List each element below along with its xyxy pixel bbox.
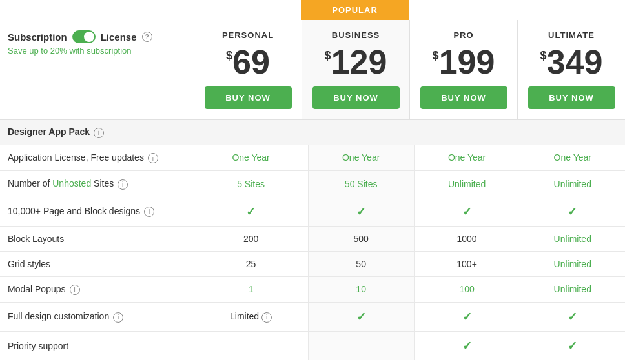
- feature-value-cell: ✓: [414, 197, 520, 226]
- subscription-toggle[interactable]: [72, 30, 96, 43]
- plan-pro-price: $ 199: [415, 45, 512, 79]
- feature-label-link[interactable]: Unhosted: [52, 178, 91, 188]
- feature-value-cell: 50 Sites: [308, 171, 414, 197]
- feature-value-text: One Year: [342, 152, 380, 163]
- feature-row: Priority support✓✓: [0, 332, 625, 361]
- feature-value-text: 25: [246, 259, 256, 269]
- feature-value-cell: 50: [308, 251, 414, 276]
- feature-value-cell: Unlimited: [520, 171, 625, 197]
- feature-value-text: 100: [459, 284, 474, 294]
- plan-ultimate-name: ULTIMATE: [523, 30, 620, 40]
- feature-value-cell: 10: [308, 276, 414, 303]
- feature-value-cell: 500: [308, 226, 414, 251]
- feature-value-cell: 100: [414, 276, 520, 303]
- popular-banner: POPULAR: [0, 0, 625, 20]
- value-info-icon[interactable]: i: [261, 312, 272, 323]
- feature-value-text: Unlimited: [554, 284, 591, 294]
- plan-personal-price: $ 69: [200, 45, 296, 79]
- feature-row: Modal Popupsi110100Unlimited: [0, 276, 625, 303]
- feature-value-text: 50: [356, 259, 366, 269]
- plan-personal-dollar: $: [226, 49, 232, 63]
- plan-ultimate-dollar: $: [540, 49, 547, 63]
- feature-value-cell: ✓: [520, 303, 625, 332]
- plan-personal: PERSONAL $ 69 BUY NOW: [194, 20, 302, 119]
- feature-value-cell: ✓: [308, 197, 414, 226]
- feature-value-cell: One Year: [414, 145, 520, 171]
- pricing-wrapper: POPULAR Subscription License ? Save up t…: [0, 0, 625, 360]
- feature-value-text: 100+: [456, 259, 477, 269]
- feature-value-cell: Unlimited: [520, 251, 625, 276]
- feature-value-cell: ✓: [520, 332, 625, 361]
- plan-ultimate-amount: 349: [547, 45, 603, 79]
- feature-row: Designer App Packi: [0, 120, 625, 145]
- plan-business-name: BUSINESS: [307, 30, 404, 40]
- feature-label-cell: 10,000+ Page and Block designsi: [0, 197, 194, 226]
- feature-label-cell: Block Layouts: [0, 226, 194, 251]
- feature-value-cell: 200: [194, 226, 308, 251]
- feature-value-text: 10: [356, 284, 366, 294]
- check-mark: ✓: [462, 339, 472, 352]
- feature-value-text: One Year: [554, 152, 591, 163]
- feature-value-text: 5 Sites: [237, 179, 265, 189]
- feature-value-text: 500: [353, 234, 368, 244]
- feature-value-cell: ✓: [414, 303, 520, 332]
- feature-value-text: Limited: [230, 311, 259, 321]
- feature-row: Application License, Free updatesiOne Ye…: [0, 145, 625, 171]
- feature-value-text: One Year: [232, 152, 269, 163]
- feature-value-cell: Limitedi: [194, 303, 308, 332]
- save-text: Save up to 20% with subscription: [8, 46, 186, 56]
- check-mark: ✓: [462, 205, 472, 218]
- plan-pro-dollar: $: [433, 49, 439, 63]
- plan-personal-buy-button[interactable]: BUY NOW: [205, 86, 292, 109]
- section-header-text: Designer App Pack: [8, 126, 90, 137]
- subscription-row: Subscription License ?: [8, 30, 186, 43]
- feature-value-cell: ✓: [308, 303, 414, 332]
- feature-value-text: 1: [249, 284, 254, 294]
- feature-label-cell: Grid styles: [0, 251, 194, 276]
- feature-value-cell: One Year: [194, 145, 308, 171]
- feature-value-cell: 1: [194, 276, 308, 303]
- plan-business: BUSINESS $ 129 BUY NOW: [302, 20, 409, 119]
- feature-value-cell: ✓: [520, 197, 625, 226]
- feature-label-cell: Priority support: [0, 332, 194, 361]
- feature-info-icon[interactable]: i: [148, 153, 158, 163]
- check-mark: ✓: [462, 310, 472, 323]
- check-mark: ✓: [568, 205, 577, 218]
- check-mark: ✓: [246, 205, 256, 218]
- license-info-icon[interactable]: ?: [142, 32, 152, 42]
- feature-value-cell: One Year: [308, 145, 414, 171]
- feature-value-cell: [194, 332, 308, 361]
- feature-value-text: Unlimited: [554, 179, 591, 189]
- plan-business-buy-button[interactable]: BUY NOW: [312, 86, 400, 109]
- plan-pro-buy-button[interactable]: BUY NOW: [420, 86, 507, 109]
- plan-personal-amount: 69: [232, 45, 270, 79]
- plan-ultimate-buy-button[interactable]: BUY NOW: [528, 86, 615, 109]
- feature-value-cell: ✓: [414, 332, 520, 361]
- feature-row: 10,000+ Page and Block designsi✓✓✓✓: [0, 197, 625, 226]
- license-label: License: [101, 32, 137, 43]
- feature-value-cell: 25: [194, 251, 308, 276]
- feature-value-cell: 1000: [414, 226, 520, 251]
- feature-row: Block Layouts2005001000Unlimited: [0, 226, 625, 251]
- feature-info-icon[interactable]: i: [70, 285, 80, 295]
- feature-info-icon[interactable]: i: [118, 179, 128, 190]
- feature-value-text: 1000: [456, 234, 476, 244]
- check-mark: ✓: [568, 310, 577, 323]
- plan-pro: PRO $ 199 BUY NOW: [409, 20, 517, 119]
- plan-pro-amount: 199: [439, 45, 495, 79]
- section-header-label: Designer App Packi: [0, 120, 625, 145]
- check-mark: ✓: [356, 205, 366, 218]
- feature-value-cell: [308, 332, 414, 361]
- feature-value-cell: 100+: [414, 251, 520, 276]
- feature-value-cell: Unlimited: [520, 276, 625, 303]
- feature-value-cell: Unlimited: [520, 226, 625, 251]
- plan-ultimate-price: $ 349: [523, 45, 620, 79]
- feature-info-icon[interactable]: i: [113, 312, 123, 323]
- plan-business-amount: 129: [331, 45, 387, 79]
- plan-business-price: $ 129: [307, 45, 404, 79]
- feature-label-cell: Full design customizationi: [0, 303, 194, 332]
- section-info-icon[interactable]: i: [94, 128, 104, 138]
- subscription-col: Subscription License ? Save up to 20% wi…: [0, 20, 194, 119]
- header-row: Subscription License ? Save up to 20% wi…: [0, 20, 625, 120]
- feature-info-icon[interactable]: i: [144, 207, 154, 217]
